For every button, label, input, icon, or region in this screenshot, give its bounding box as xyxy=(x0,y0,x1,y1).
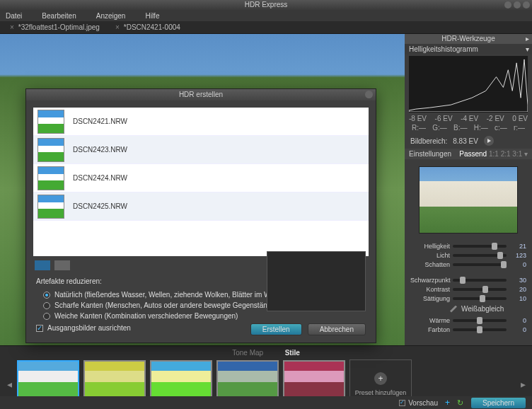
dialog-title: HDR erstellen xyxy=(26,89,376,100)
file-thumb xyxy=(37,138,64,162)
canvas[interactable]: HDR erstellen DSCN2421.NRW DSCN2423.NRW … xyxy=(0,34,405,345)
close-tab-icon[interactable]: × xyxy=(115,23,120,31)
scroll-left-icon[interactable]: ◂ xyxy=(6,379,13,390)
refresh-icon[interactable]: ↻ xyxy=(457,398,463,408)
style-thumb xyxy=(150,360,212,400)
list-item[interactable]: DSCN2424.NRW xyxy=(33,164,369,192)
plus-icon: + xyxy=(374,372,387,385)
ev-axis: -8 EV-6 EV-4 EV-2 EV0 EV xyxy=(405,115,532,122)
checkbox-icon[interactable] xyxy=(36,325,43,332)
maximize-icon[interactable] xyxy=(514,1,521,8)
slider-thumb[interactable] xyxy=(477,317,482,324)
dialog-close-icon[interactable] xyxy=(365,91,373,98)
checkbox-icon[interactable] xyxy=(399,400,405,406)
slider-track[interactable] xyxy=(453,279,507,282)
play-button[interactable] xyxy=(484,136,494,146)
tab-icon[interactable] xyxy=(54,260,70,270)
dialog-preview xyxy=(267,251,366,311)
tools-header[interactable]: HDR-Werkzeuge▸ xyxy=(405,34,532,44)
sidebar: HDR-Werkzeuge▸ Helligkeitshistogramm▾ S … xyxy=(405,34,532,345)
radio-soft[interactable]: Weiche Kanten (Kombination verschiedener… xyxy=(36,312,366,320)
cancel-button[interactable]: Abbrechen xyxy=(308,323,366,335)
slider-thumb[interactable] xyxy=(482,286,488,293)
menu-edit[interactable]: Bearbeiten xyxy=(42,12,76,20)
settings-header: Einstellungen Passend 1:1 2:1 3:1 ▾ xyxy=(405,149,532,159)
list-item[interactable]: DSCN2425.NRW xyxy=(33,192,369,221)
image-range: Bildbereich: 8.83 EV xyxy=(405,133,532,149)
menu-view[interactable]: Anzeigen xyxy=(96,12,126,20)
document-tabs: ×*32floattest1-Optimal.jpeg ×*DSCN2421-0… xyxy=(0,21,532,34)
rgb-readout: R:—G:—B:—H:—c:—r:— xyxy=(405,122,532,133)
hdr-dialog: HDR erstellen DSCN2421.NRW DSCN2423.NRW … xyxy=(25,88,376,343)
menubar: Datei Bearbeiten Anzeigen Hilfe xyxy=(0,10,532,21)
radio-icon[interactable] xyxy=(43,302,50,309)
style-thumb xyxy=(17,360,79,400)
footer: Vorschau + ↻ Speichern xyxy=(0,396,532,409)
slider-track[interactable] xyxy=(453,288,507,291)
file-thumb xyxy=(37,195,64,219)
titlebar: HDR Express xyxy=(0,0,532,10)
scroll-right-icon[interactable]: ▸ xyxy=(519,379,526,390)
style-thumb xyxy=(216,360,279,400)
preview-toggle[interactable]: Vorschau xyxy=(399,399,438,407)
slider-thumb[interactable] xyxy=(460,277,466,284)
tab-tonemap[interactable]: Tone Map xyxy=(232,349,263,357)
collapse-icon[interactable]: ▸ xyxy=(526,34,529,44)
app-title: HDR Express xyxy=(245,1,288,8)
slider-track[interactable] xyxy=(453,297,507,300)
zoom-3-1[interactable]: 3:1 xyxy=(512,150,522,158)
bottom-tabs: Tone Map Stile xyxy=(0,346,532,359)
style-thumb xyxy=(283,360,345,400)
slider-thumb[interactable] xyxy=(480,295,485,302)
style-thumb xyxy=(83,360,146,400)
radio-icon[interactable] xyxy=(43,313,50,320)
slider-thumb[interactable] xyxy=(477,326,482,333)
slider-thumb[interactable] xyxy=(501,261,507,268)
slider-track[interactable] xyxy=(453,319,507,322)
histogram-header[interactable]: Helligkeitshistogramm▾ xyxy=(405,44,532,54)
list-item[interactable]: DSCN2421.NRW xyxy=(33,108,369,136)
list-item[interactable]: DSCN2423.NRW xyxy=(33,136,369,164)
slider-track[interactable] xyxy=(453,254,507,257)
close-tab-icon[interactable]: × xyxy=(10,23,14,31)
create-button[interactable]: Erstellen xyxy=(250,323,302,335)
file-list: DSCN2421.NRW DSCN2423.NRW DSCN2424.NRW D… xyxy=(33,108,369,256)
zoom-2-1[interactable]: 2:1 xyxy=(501,150,511,158)
slider-track[interactable] xyxy=(453,245,507,248)
menu-file[interactable]: Datei xyxy=(6,12,22,20)
file-thumb xyxy=(37,110,64,134)
tab-styles[interactable]: Stile xyxy=(285,349,300,357)
minimize-icon[interactable] xyxy=(504,1,511,8)
slider-track[interactable] xyxy=(453,328,507,331)
file-thumb xyxy=(37,166,64,190)
zoom-1-1[interactable]: 1:1 xyxy=(489,150,499,158)
tab-0[interactable]: ×*32floattest1-Optimal.jpeg xyxy=(4,22,105,33)
slider-thumb[interactable] xyxy=(492,243,497,250)
zoom-fit[interactable]: Passend xyxy=(459,150,487,158)
preview-image[interactable] xyxy=(419,166,518,234)
sliders: Helligkeit21Licht123Schatten0Schwarzpunk… xyxy=(405,241,532,335)
slider-track[interactable] xyxy=(453,263,507,266)
add-icon[interactable]: + xyxy=(445,398,450,408)
eyedropper-icon[interactable] xyxy=(450,306,457,313)
tab-1[interactable]: ×*DSCN2421-0004 xyxy=(110,22,186,33)
radio-icon[interactable] xyxy=(43,292,50,299)
zoom-options: Passend 1:1 2:1 3:1 ▾ xyxy=(459,150,528,158)
menu-help[interactable]: Hilfe xyxy=(145,12,159,20)
histogram xyxy=(409,56,528,113)
slider-thumb[interactable] xyxy=(497,252,503,259)
tab-icon[interactable] xyxy=(35,260,50,270)
close-icon[interactable] xyxy=(523,1,530,8)
save-button[interactable]: Speichern xyxy=(470,397,526,409)
chevron-down-icon[interactable]: ▾ xyxy=(526,45,529,53)
